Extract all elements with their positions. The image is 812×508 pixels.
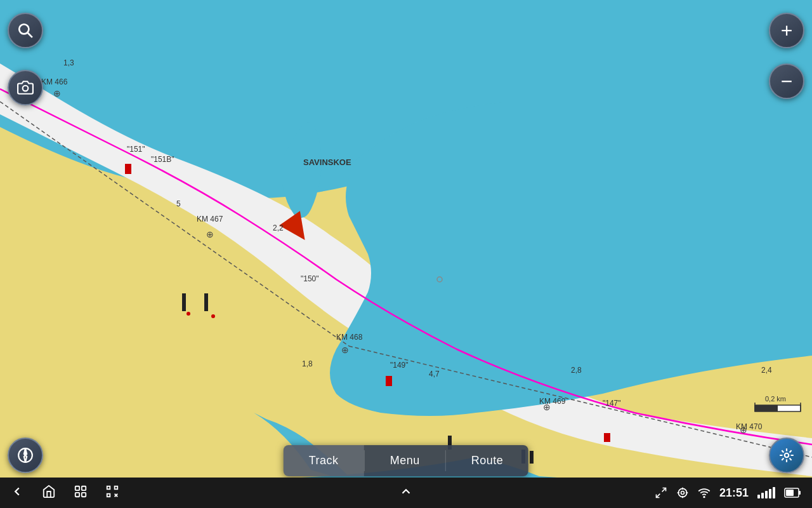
svg-line-28: [27, 32, 32, 37]
svg-point-45: [681, 491, 684, 495]
svg-rect-39: [115, 486, 118, 489]
svg-marker-32: [24, 455, 27, 462]
svg-rect-37: [82, 492, 86, 496]
svg-text:⊕: ⊕: [740, 425, 747, 435]
svg-text:⊕: ⊕: [543, 402, 551, 412]
layers-button[interactable]: [769, 438, 804, 473]
status-bar: 21:51: [0, 478, 812, 508]
battery-icon: [784, 487, 802, 498]
svg-rect-3: [125, 165, 131, 174]
search-button[interactable]: [8, 13, 43, 48]
svg-point-27: [19, 24, 29, 34]
svg-rect-34: [75, 486, 79, 490]
svg-line-44: [656, 494, 660, 498]
route-button[interactable]: Route: [446, 445, 529, 476]
map-container: ⊕ ⊕ ⊕ ⊕ ⊕ 0,2 km KM 466 KM 467 KM 468 KM…: [0, 0, 812, 508]
svg-point-11: [211, 314, 215, 318]
svg-rect-53: [799, 491, 801, 495]
scan-button[interactable]: [105, 485, 119, 502]
svg-text:⊕: ⊕: [341, 345, 349, 355]
chevron-up-button[interactable]: [399, 485, 413, 502]
zoom-in-button[interactable]: +: [769, 13, 804, 48]
back-button[interactable]: [10, 485, 24, 502]
svg-text:⊕: ⊕: [53, 88, 61, 98]
svg-rect-36: [75, 492, 79, 496]
svg-rect-7: [604, 433, 610, 442]
svg-rect-9: [204, 293, 208, 311]
svg-rect-4: [125, 164, 131, 166]
home-button[interactable]: [42, 485, 56, 502]
svg-point-10: [187, 312, 190, 316]
svg-text:0,2 km: 0,2 km: [765, 395, 786, 403]
expand-icon: [655, 486, 667, 499]
wifi-icon: [698, 486, 710, 499]
svg-rect-35: [82, 486, 86, 490]
nav-icons: [10, 485, 119, 502]
signal-bars: [757, 487, 775, 498]
svg-point-29: [23, 86, 29, 91]
svg-rect-38: [107, 486, 110, 489]
gps-icon: [676, 486, 689, 499]
svg-marker-31: [24, 448, 27, 455]
svg-rect-40: [107, 493, 110, 497]
camera-button[interactable]: [8, 70, 43, 105]
svg-rect-22: [755, 405, 778, 411]
track-button[interactable]: Track: [284, 445, 364, 476]
svg-rect-14: [530, 451, 534, 464]
svg-rect-8: [182, 293, 186, 311]
status-time: 21:51: [719, 486, 749, 500]
menu-button[interactable]: Menu: [365, 445, 445, 476]
svg-point-46: [678, 488, 686, 497]
svg-rect-6: [386, 376, 392, 378]
svg-rect-54: [786, 490, 794, 496]
recents-button[interactable]: [74, 485, 88, 502]
status-right: 21:51: [655, 486, 802, 500]
compass-button[interactable]: [8, 438, 43, 473]
svg-line-43: [662, 488, 666, 492]
svg-rect-5: [386, 377, 392, 386]
svg-text:⊕: ⊕: [206, 229, 214, 239]
bottom-toolbar: Track Menu Route: [284, 445, 528, 476]
svg-point-51: [704, 497, 705, 498]
zoom-out-button[interactable]: −: [769, 64, 804, 99]
svg-point-33: [785, 453, 789, 458]
